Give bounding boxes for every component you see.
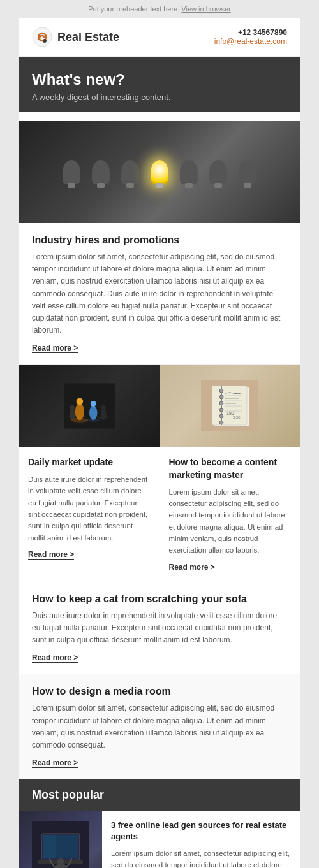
article-2-col: Daily market update Duis aute irure dolo… (19, 447, 160, 582)
article-5-body: Lorem ipsum dolor sit amet, consectetur … (32, 702, 287, 751)
svg-point-5 (89, 405, 97, 420)
logo-text: Real Estate (57, 31, 119, 44)
two-col-images: 180 3.56 (19, 365, 300, 447)
svg-point-22 (219, 421, 223, 424)
svg-point-0 (33, 27, 52, 47)
svg-point-35 (57, 858, 64, 865)
article-4-title: How to keep a cat from scratching your s… (32, 593, 287, 605)
svg-point-19 (219, 401, 223, 405)
popular-item-1-title: 3 free online lead gen sources for real … (111, 820, 291, 843)
svg-point-1 (43, 39, 47, 43)
svg-point-9 (101, 409, 107, 421)
article-4-read-more[interactable]: Read more (32, 653, 78, 663)
svg-point-10 (101, 405, 106, 410)
article-5-read-more[interactable]: Read more (32, 758, 78, 768)
article-5-title: How to design a media room (32, 686, 287, 697)
laptop-svg (32, 821, 89, 868)
svg-point-20 (219, 408, 223, 412)
two-col-articles: Daily market update Duis aute irure dolo… (19, 447, 300, 582)
popular-item-1: 3 free online lead gen sources for real … (19, 811, 300, 868)
logo-area: Real Estate (32, 27, 119, 47)
popular-item-1-content: 3 free online lead gen sources for real … (102, 811, 300, 868)
header-email[interactable]: info@real-estate.com (214, 37, 287, 46)
article-1-title: Industry hires and promotions (32, 235, 287, 246)
article-4-body: Duis aute irure dolor in reprehenderit i… (32, 610, 287, 647)
svg-point-12 (87, 419, 100, 422)
svg-point-17 (219, 389, 223, 393)
bulb-1 (63, 160, 80, 184)
hero-section: What's new? A weekly digest of interesti… (19, 57, 300, 112)
bulb-3 (121, 160, 139, 184)
article-2-body: Duis aute irure dolor in reprehenderit i… (28, 474, 151, 544)
article-1: Industry hires and promotions Lorem ipsu… (19, 223, 300, 365)
article-5: How to design a media room Lorem ipsum d… (19, 674, 300, 779)
logo-icon (32, 27, 52, 47)
most-popular-header: Most popular (19, 779, 300, 811)
svg-point-6 (91, 401, 96, 407)
article-2-title: Daily market update (28, 456, 151, 469)
hero-title: What's new? (32, 71, 287, 89)
svg-point-3 (75, 403, 84, 421)
article-2-read-more[interactable]: Read more (28, 550, 74, 560)
svg-point-8 (70, 405, 75, 410)
hero-image (19, 121, 300, 223)
article-3-body: Lorem ipsum dolor sit amet, consectetur … (169, 486, 292, 556)
most-popular-title: Most popular (32, 788, 287, 802)
article-1-body: Lorem ipsum dolor sit amet, consectetur … (32, 251, 287, 336)
preheader-text: Put your preheader text here. (88, 5, 179, 13)
col-img-right: 180 3.56 (160, 365, 300, 447)
email-header: Real Estate +12 34567890 info@real-estat… (19, 18, 300, 57)
svg-rect-15 (212, 386, 247, 425)
header-contact: +12 34567890 info@real-estate.com (214, 28, 287, 46)
bulb-7 (239, 160, 256, 184)
svg-text:180: 180 (226, 411, 234, 416)
popular-item-1-image (19, 811, 102, 868)
bulb-5 (180, 160, 198, 184)
article-3-title: How to become a content marketing master (169, 456, 292, 481)
view-in-browser-link[interactable]: View in browser (181, 5, 230, 13)
dark-figures-svg (64, 380, 115, 431)
svg-point-18 (219, 395, 223, 399)
bulb-lit (151, 160, 168, 184)
article-3-read-more[interactable]: Read more (169, 563, 215, 572)
notebook-svg: 180 3.56 (201, 380, 258, 431)
svg-point-21 (219, 414, 223, 418)
svg-rect-32 (43, 835, 56, 858)
col-img-left (19, 365, 160, 447)
preheader-bar: Put your preheader text here. View in br… (0, 0, 319, 18)
article-3-col: How to become a content marketing master… (160, 447, 300, 582)
article-4: How to keep a cat from scratching your s… (19, 582, 300, 675)
header-phone: +12 34567890 (214, 28, 287, 37)
svg-text:3.56: 3.56 (233, 416, 241, 419)
svg-point-4 (77, 398, 84, 405)
popular-item-1-body: Lorem ipsum dolor sit amet, consectetur … (111, 848, 291, 868)
article-1-read-more[interactable]: Read more (32, 344, 78, 353)
hero-subtitle: A weekly digest of interesting content. (32, 92, 287, 102)
bulb-2 (92, 160, 110, 184)
svg-point-11 (71, 418, 89, 423)
bulb-6 (209, 160, 227, 184)
